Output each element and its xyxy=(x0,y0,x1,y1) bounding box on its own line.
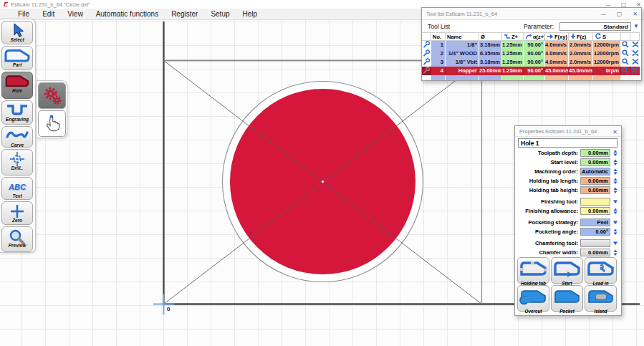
minimize-button[interactable]: — xyxy=(601,11,606,16)
cursor-icon xyxy=(2,23,32,37)
toolbar-button-carve[interactable]: Carve xyxy=(1,126,33,148)
field-value[interactable] xyxy=(580,198,610,206)
manual-select-button[interactable] xyxy=(38,110,66,137)
field-value[interactable]: 0.00mm xyxy=(580,149,610,157)
tool-row[interactable]: 11/8"3.18mm1.25mm90.00°4.0mm/s2.0mm/s120… xyxy=(422,41,640,49)
island-icon xyxy=(587,296,615,308)
toolbar-button-label: Part xyxy=(2,62,32,67)
spinner-control[interactable]: ▲▼ xyxy=(611,229,620,236)
overcut-button[interactable]: Overcut xyxy=(517,285,549,312)
magnifier-icon[interactable] xyxy=(621,41,630,49)
field-value[interactable]: 0.00mm xyxy=(580,177,610,185)
spinner-control[interactable]: ▲▼ xyxy=(611,168,620,176)
part-icon xyxy=(2,48,32,62)
toolbar-button-drill[interactable]: Drill.. xyxy=(1,149,33,176)
spinner-control[interactable]: ▲▼ xyxy=(611,249,620,256)
window-title: Estlcam 11.231_b_64 "Circle.dxf" xyxy=(11,1,90,8)
gears-icon xyxy=(42,86,62,106)
toolbar-button-label: Drill.. xyxy=(2,165,32,170)
maximize-button[interactable]: ▢ xyxy=(617,11,623,17)
wrench-icon[interactable] xyxy=(422,58,431,67)
col-name: Name xyxy=(446,32,479,41)
field-value[interactable]: 0.00mm xyxy=(580,207,610,215)
spinner-control[interactable]: ▲▼ xyxy=(611,187,620,194)
pocket-icon xyxy=(553,296,582,308)
field-value[interactable]: Automatic xyxy=(580,168,610,176)
pocket-button[interactable]: Pocket xyxy=(551,285,583,312)
field-label: Holding tab height: xyxy=(515,187,580,193)
dropdown-arrow-icon[interactable]: ▼ xyxy=(610,198,621,206)
menu-item-automatic-functions[interactable]: Automatic functions xyxy=(90,9,165,19)
field-label: Chamfer width: xyxy=(515,249,580,256)
field-value[interactable]: 0.00mm xyxy=(580,158,610,166)
menu-item-setup[interactable]: Setup xyxy=(204,9,236,19)
menu-item-help[interactable]: Help xyxy=(236,9,264,19)
toolbar-button-zero[interactable]: Zero xyxy=(1,201,33,225)
toolbar-button-preview[interactable]: Preview xyxy=(1,226,33,252)
spinner-control[interactable]: ▲▼ xyxy=(611,208,620,215)
island-button[interactable]: Island xyxy=(585,285,617,312)
close-button[interactable]: ✕ xyxy=(633,11,638,17)
hole-settings-button[interactable] xyxy=(38,82,66,109)
magnifier-icon[interactable] xyxy=(621,58,630,67)
magnifier-icon[interactable] xyxy=(621,49,630,58)
properties-titlebar[interactable]: Properties Estlcam 11.231_b_64 ✕ xyxy=(515,126,621,137)
spinner-control[interactable]: ▲▼ xyxy=(611,150,620,157)
wrench-icon[interactable] xyxy=(422,49,431,58)
parameter-dropdown[interactable]: Standard xyxy=(559,22,631,31)
scissors-icon[interactable] xyxy=(630,67,640,75)
property-row: Pocketing angle:0.00°▲▼ xyxy=(515,227,621,236)
property-row: Start level:0.00mm▲▼ xyxy=(515,158,621,167)
chevron-down-icon[interactable]: ▼ xyxy=(633,23,639,29)
spinner-control[interactable]: ▲▼ xyxy=(611,159,620,166)
holding-tab-icon xyxy=(519,268,548,280)
menu-item-edit[interactable]: Edit xyxy=(36,9,61,19)
toolbar-button-engraving[interactable]: Engraving xyxy=(1,100,33,125)
spinner-control[interactable]: ▲▼ xyxy=(611,178,620,185)
scissors-icon[interactable] xyxy=(630,49,640,58)
wrench-icon[interactable] xyxy=(422,41,431,49)
origin-label: 0 xyxy=(167,306,170,312)
tool-row[interactable]: 31/8" Vbit3.18mm1.25mm90.00°4.0mm/s2.0mm… xyxy=(422,58,640,67)
scissors-icon[interactable] xyxy=(630,41,640,49)
close-button[interactable]: ✕ xyxy=(612,129,617,135)
properties-window-title: Properties Estlcam 11.231_b_64 xyxy=(519,128,597,135)
toolbar-button-hole[interactable]: Hole xyxy=(1,72,33,99)
tool-list-section-label: Tool List xyxy=(428,23,450,30)
tool-list-titlebar[interactable]: Tool list Estlcam 11.231_b_64 — ▢ ✕ xyxy=(422,8,641,20)
minimize-button[interactable]: — xyxy=(606,2,611,7)
field-value[interactable] xyxy=(580,239,610,247)
menu-item-file[interactable]: File xyxy=(11,9,36,19)
magnifier-icon[interactable] xyxy=(621,67,630,75)
estlcam-logo-icon: E xyxy=(4,1,8,8)
toolbar-button-select[interactable]: Select xyxy=(1,21,33,44)
tool-row[interactable]: 21/4" WOOD6.35mm1.25mm90.00°4.0mm/s2.0mm… xyxy=(422,49,640,58)
tool-table-header: No.NameØZ+α(z+)F(xy)F(z)S xyxy=(422,32,640,41)
field-label: Pocketing strategy: xyxy=(515,219,580,226)
toolbar-button-label: Text xyxy=(2,193,32,198)
start-button[interactable]: Start xyxy=(551,257,583,284)
tool-row-empty[interactable] xyxy=(422,75,640,80)
hole-name-input[interactable]: Hole 1 xyxy=(518,138,617,148)
property-row: Holding tab height:0.00mm▲▼ xyxy=(515,186,621,195)
wrench-icon[interactable] xyxy=(422,67,431,75)
menu-item-view[interactable]: View xyxy=(61,9,90,19)
toolbar-button-part[interactable]: Part xyxy=(1,46,33,70)
tool-row[interactable]: 4Hopper25.00mm1.25mm90.00°45.0mm/s45.0mm… xyxy=(422,67,640,75)
hole-flyout-panel xyxy=(36,80,67,138)
holding-tab-button[interactable]: Holding tab xyxy=(517,257,549,284)
lead-in-icon xyxy=(587,268,615,280)
menu-item-register[interactable]: Register xyxy=(165,9,204,19)
carve-icon xyxy=(2,128,32,143)
toolbar-button-label: Zero xyxy=(2,218,32,223)
lead-in-button[interactable]: Lead in xyxy=(585,257,617,284)
field-value[interactable]: Peel xyxy=(580,218,610,226)
dropdown-arrow-icon[interactable]: ▼ xyxy=(610,239,621,247)
col-feed-z: F(z) xyxy=(569,32,593,41)
scissors-icon[interactable] xyxy=(630,58,640,67)
toolbar-button-text[interactable]: ABCText xyxy=(1,177,33,200)
dropdown-arrow-icon[interactable]: ▼ xyxy=(610,218,621,226)
field-value[interactable]: 0.00° xyxy=(580,228,610,236)
field-value[interactable]: 0.00mm xyxy=(580,249,610,256)
field-value[interactable]: 0.00mm xyxy=(580,186,610,194)
